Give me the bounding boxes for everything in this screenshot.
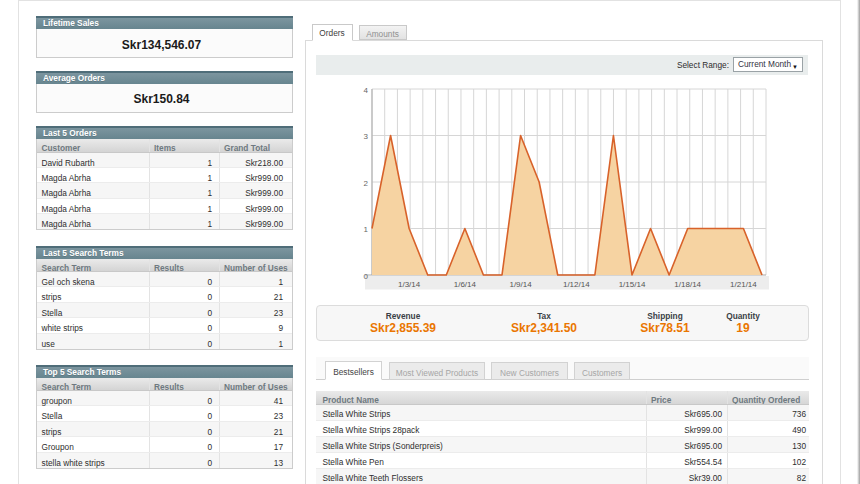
svg-text:0: 0 (364, 272, 369, 281)
svg-text:1/18/14: 1/18/14 (674, 280, 701, 289)
svg-text:3: 3 (364, 132, 369, 141)
svg-text:1/6/14: 1/6/14 (454, 280, 477, 289)
svg-text:1/21/14: 1/21/14 (730, 280, 757, 289)
svg-text:1: 1 (364, 225, 369, 234)
svg-text:1/3/14: 1/3/14 (398, 280, 421, 289)
svg-text:1/12/14: 1/12/14 (563, 280, 590, 289)
svg-text:1/15/14: 1/15/14 (619, 280, 646, 289)
svg-text:1/9/14: 1/9/14 (509, 280, 532, 289)
svg-text:4: 4 (364, 86, 369, 95)
svg-text:2: 2 (364, 179, 369, 188)
